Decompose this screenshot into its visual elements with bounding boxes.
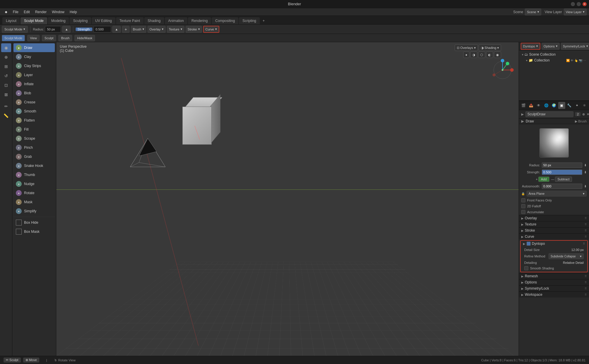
vp-overlay-btn[interactable]: ⊡ Scene Overlays ▾ [455,45,478,51]
tool-crease[interactable]: ● Crease [13,98,55,107]
ol-scene-collection[interactable]: ▾ 🗂 Scene Collection [520,52,588,57]
tool-flatten[interactable]: ● Flatten [13,116,55,125]
dyntopo-header[interactable]: ▶ Dyntopo ⠿ [521,241,587,247]
options-section-header[interactable]: ▶ Options ⠿ [519,279,589,285]
symm-lock-dropdown[interactable]: Symmetry/Lock ▾ [561,43,589,50]
falloff-2d-checkbox[interactable] [521,204,525,208]
menu-blender[interactable]: ● [2,8,10,16]
overlay-section-header[interactable]: ▶ Overlay ⠿ [519,215,589,221]
ol-more-icon[interactable]: ⋯ [583,59,586,62]
view-layer-dropdown[interactable]: View Layer ▾ [564,8,587,16]
add-btn[interactable]: + [122,26,130,33]
texture-section-header[interactable]: ▶ Texture ⠿ [519,221,589,227]
radius-up-btn[interactable]: ▲ [62,26,71,33]
menu-file[interactable]: File [11,9,21,15]
tool-snake-hook[interactable]: ● Snake Hook [13,161,55,170]
overlay-dropdown[interactable]: Overlay ▾ [147,26,166,33]
view-btn[interactable]: View [27,35,40,41]
minimize-button[interactable]: ─ [571,2,575,6]
radius-input[interactable] [45,26,61,33]
tab-layout[interactable]: Layout [2,17,20,24]
tab-sculpt-mode[interactable]: Sculpt Mode [21,17,47,24]
dyntopo-checkbox[interactable] [527,242,531,246]
radius-download-icon[interactable]: ⬇ [584,163,587,167]
vp-render-type-btn[interactable]: ● [463,52,469,58]
brush-name-input[interactable] [525,111,573,117]
strength-input[interactable] [94,26,111,33]
lt-select-btn[interactable]: ◉ [1,43,11,52]
maximize-button[interactable]: □ [577,2,581,6]
tool-mask[interactable]: ● Mask [13,198,55,206]
tab-compositing[interactable]: Compositing [212,17,238,24]
ol-eye-icon[interactable]: 👁 [571,59,573,62]
gizmo[interactable] [491,58,514,83]
tool-box-hide[interactable]: Box Hide [13,218,55,227]
ol-filter-icon[interactable]: 🔽 [566,59,570,62]
lt-cursor-btn[interactable]: ⊕ [1,53,11,61]
tab-modeling[interactable]: Modeling [48,17,69,24]
lt-rotate-btn[interactable]: ↺ [1,71,11,80]
pi-world[interactable]: 🌍 [550,102,557,109]
pi-particles[interactable]: ✦ [573,102,580,109]
tab-rendering[interactable]: Rendering [188,17,211,24]
brush-dropdown[interactable]: Brush ▾ [131,26,146,33]
ol-pointer-icon[interactable]: 👆 [574,59,578,62]
smooth-shading-checkbox[interactable] [524,266,528,270]
tool-simplify[interactable]: ● Simplify [13,207,55,216]
lt-measure-btn[interactable]: 📏 [1,111,11,120]
pi-modifier[interactable]: 🔧 [566,102,573,109]
tab-uv-editing[interactable]: UV Editing [92,17,116,24]
curve-dropdown[interactable]: Curve ▾ [203,26,219,33]
tool-pinch[interactable]: ● Pinch [13,143,55,152]
menu-render[interactable]: Render [33,9,49,15]
strength-up-btn[interactable]: ▲ [112,26,121,33]
options-dropdown[interactable]: Options ▾ [542,43,560,50]
symm-section-header[interactable]: ▶ Symmetry/Lock ⠿ [519,285,589,291]
tool-rotate[interactable]: ● Rotate [13,189,55,197]
strength-download-icon[interactable]: ⬇ [584,170,587,174]
menu-edit[interactable]: Edit [21,9,32,15]
tool-scrape[interactable]: ● Scrape [13,134,55,143]
sculpt-mode-btn[interactable]: Sculpt Mode [2,35,25,41]
accumulate-checkbox[interactable] [521,210,525,214]
menu-help[interactable]: Help [67,9,79,15]
dyntopo-dropdown[interactable]: Dyntopo ▾ [521,43,540,50]
brush-preview[interactable] [539,128,569,158]
tab-add-button[interactable]: + [260,17,267,24]
tool-layer[interactable]: ● Layer [13,71,55,79]
tool-box-mask[interactable]: Box Mask [13,227,55,236]
front-faces-checkbox[interactable] [521,198,525,202]
sculpt-btn[interactable]: Sculpt [42,35,56,41]
pi-output[interactable]: 📤 [527,102,534,109]
tab-shading[interactable]: Shading [144,17,164,24]
scene-dropdown[interactable]: Scene ▾ [525,8,541,16]
vp-render-btn[interactable]: ◉ [494,52,501,58]
pi-view[interactable]: 👁 [535,102,542,109]
hidemask-btn[interactable]: Hide/Mask [74,35,95,41]
texture-dropdown[interactable]: Texture ▾ [167,26,184,33]
tool-blob[interactable]: ● Blob [13,89,55,98]
workspace-section-header[interactable]: ▶ Workspace ⠿ [519,291,589,298]
tab-animation[interactable]: Animation [165,17,187,24]
tool-grab[interactable]: ● Grab [13,152,55,161]
vp-solid-btn[interactable]: ◑ [470,52,477,58]
stroke-section-header[interactable]: ▶ Stroke ⠿ [519,227,589,233]
vp-shading-btn[interactable]: ◑ Shading ▾ [479,45,501,51]
lt-annot-btn[interactable]: ✏ [1,102,11,111]
lt-transform-btn[interactable]: ⊠ [1,90,11,99]
add-button[interactable]: Add [538,177,549,182]
vp-wireframe-btn[interactable]: ⬡ [478,52,485,58]
autosmooth-bar[interactable]: 0.000 [542,184,582,189]
tool-smooth[interactable]: ● Smooth [13,107,55,116]
stroke-dropdown[interactable]: Stroke ▾ [186,26,202,33]
pi-object[interactable]: ▣ [558,102,565,109]
tool-fill[interactable]: ● Fill [13,125,55,134]
autosmooth-download-icon[interactable]: ⬇ [584,184,587,188]
ol-render-icon[interactable]: 📷 [579,59,582,62]
close-button[interactable]: ✕ [583,2,587,6]
tool-nudge[interactable]: ● Nudge [13,180,55,188]
tab-scripting[interactable]: Scripting [239,17,260,24]
pi-physics[interactable]: ⚛ [581,102,588,109]
status-sculpt[interactable]: ✏ Sculpt [4,358,21,363]
subtract-button[interactable]: Subtract [555,177,572,182]
